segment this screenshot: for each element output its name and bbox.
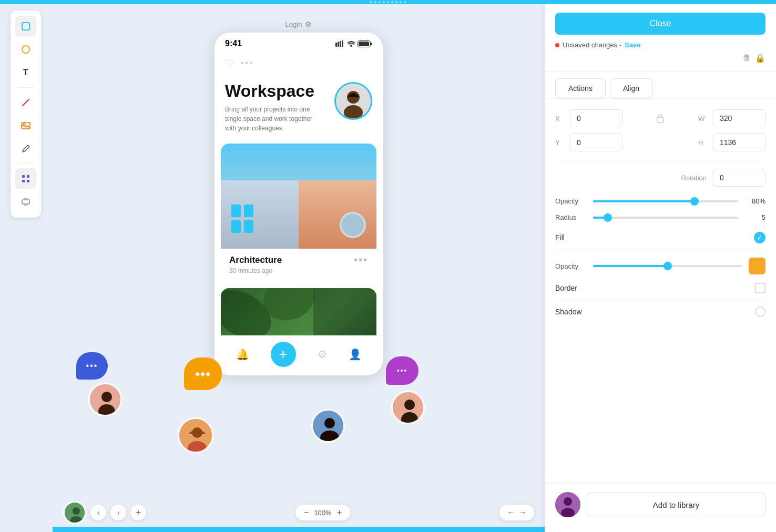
zoom-minus-button[interactable]: − xyxy=(304,508,309,517)
fill-opacity-thumb[interactable] xyxy=(663,262,672,270)
svg-rect-8 xyxy=(27,180,29,182)
add-to-library-button[interactable]: Add to library xyxy=(587,493,765,517)
zoom-level-display: 100% xyxy=(314,509,331,517)
settings-nav-icon[interactable]: ⚙ xyxy=(318,348,327,361)
phone-time: 9:41 xyxy=(225,39,242,48)
svg-point-16 xyxy=(350,45,352,47)
phone-architecture-card: Architecture ••• 30 minutes ago xyxy=(221,144,376,282)
canvas-bottom-nav: ‹ › + − 100% + ← → xyxy=(53,501,545,524)
panel-tabs: Actions Align xyxy=(545,72,776,99)
rotation-input[interactable] xyxy=(713,169,765,187)
fill-opacity-track[interactable] xyxy=(593,265,742,267)
color-swatch[interactable] xyxy=(749,258,765,274)
y-input[interactable] xyxy=(570,134,622,151)
pencil-tool[interactable] xyxy=(15,138,36,159)
svg-rect-10 xyxy=(24,198,28,200)
phone-hero-section: Workspace Bring all your projects into o… xyxy=(215,74,383,144)
svg-rect-14 xyxy=(340,41,341,47)
y-label: Y xyxy=(555,139,564,147)
svg-rect-9 xyxy=(22,200,29,204)
radius-label: Radius xyxy=(555,213,587,221)
lock-icon[interactable]: 🔒 xyxy=(755,53,765,63)
architecture-card-info: Architecture ••• 30 minutes ago xyxy=(221,249,376,282)
gear-icon[interactable]: ⚙ xyxy=(305,20,312,28)
component-tool[interactable] xyxy=(15,191,36,212)
undo-button[interactable]: ← xyxy=(507,508,515,517)
heart-icon[interactable]: ♡ xyxy=(225,57,234,69)
radius-slider-track[interactable] xyxy=(593,217,738,219)
fill-checkbox[interactable]: ✓ xyxy=(754,232,765,243)
user-nav-icon[interactable]: 👤 xyxy=(349,348,362,361)
panel-body: X W Y H Rotation Opacity xyxy=(545,99,776,483)
border-row: Border xyxy=(555,283,765,300)
svg-point-36 xyxy=(73,507,80,515)
save-link[interactable]: Save xyxy=(625,41,640,49)
svg-rect-6 xyxy=(27,175,29,178)
fill-label: Fill xyxy=(555,233,754,242)
opacity-row: Opacity 80% xyxy=(555,195,765,205)
page-nav-left[interactable]: ‹ xyxy=(90,505,106,520)
svg-line-2 xyxy=(23,99,29,106)
h-input[interactable] xyxy=(713,134,765,151)
phone-label: Login ⚙ xyxy=(215,20,383,28)
panel-header-icons: 🗑 🔒 xyxy=(555,49,765,65)
rotation-row: Rotation xyxy=(555,160,765,187)
radius-value: 5 xyxy=(744,213,765,221)
opacity-slider-thumb[interactable] xyxy=(690,197,699,206)
unsaved-indicator xyxy=(555,43,559,47)
page-nav-right[interactable]: › xyxy=(110,505,126,520)
tab-align[interactable]: Align xyxy=(610,78,652,98)
plant-image-card xyxy=(221,288,376,335)
panel-collaborators: Add to library xyxy=(555,492,765,517)
phone-container: Login ⚙ 9:41 xyxy=(215,20,383,375)
zoom-plus-button[interactable]: + xyxy=(337,508,342,517)
w-input[interactable] xyxy=(713,109,765,127)
opacity-slider-track[interactable] xyxy=(593,200,738,202)
pen-tool[interactable] xyxy=(15,92,36,113)
shadow-toggle[interactable] xyxy=(755,306,765,317)
trash-icon[interactable]: 🗑 xyxy=(742,53,751,63)
architecture-card-title: Architecture xyxy=(229,255,282,265)
x-label: X xyxy=(555,115,564,122)
canvas-area: Login ⚙ 9:41 xyxy=(53,4,545,495)
zoom-control: − 100% + xyxy=(295,505,350,520)
opacity-label: Opacity xyxy=(555,197,587,205)
phone-user-avatar xyxy=(334,82,372,120)
phone-status-icons xyxy=(335,40,372,47)
unsaved-changes-row: Unsaved changes - Save xyxy=(555,41,765,49)
page-nav-add[interactable]: + xyxy=(130,505,146,520)
architecture-card-menu[interactable]: ••• xyxy=(354,254,368,266)
opacity-value: 80% xyxy=(744,197,765,205)
yh-row: Y H xyxy=(555,134,765,151)
grid-tool[interactable] xyxy=(15,168,36,189)
image-tool[interactable] xyxy=(15,115,36,136)
x-input[interactable] xyxy=(570,109,622,127)
border-label: Border xyxy=(555,284,755,292)
lock-proportions-icon[interactable] xyxy=(629,113,692,124)
bell-nav-icon[interactable]: 🔔 xyxy=(236,348,249,361)
more-dots-icon[interactable]: ••• xyxy=(241,58,254,68)
history-controls: ← → xyxy=(499,505,534,520)
text-tool[interactable]: T xyxy=(15,62,36,83)
circle-tool[interactable] xyxy=(15,39,36,60)
rectangle-tool[interactable] xyxy=(15,16,36,37)
close-button[interactable]: Close xyxy=(555,13,765,35)
fill-opacity-row: Opacity xyxy=(555,258,765,274)
phone-action-bar: ♡ ••• xyxy=(215,53,383,74)
border-toggle[interactable] xyxy=(755,283,765,293)
phone-screen-label: Login xyxy=(285,21,302,28)
phone-bottom-nav: 🔔 + ⚙ 👤 xyxy=(215,335,383,375)
unsaved-text: Unsaved changes - xyxy=(563,41,621,49)
top-progress-bar xyxy=(0,0,776,4)
h-label: H xyxy=(698,139,707,147)
radius-row: Radius 5 xyxy=(555,213,765,221)
redo-button[interactable]: → xyxy=(518,508,527,517)
plus-nav-button[interactable]: + xyxy=(271,342,296,367)
fill-row: Fill ✓ xyxy=(555,232,765,250)
architecture-card-time: 30 minutes ago xyxy=(229,267,368,274)
radius-slider-thumb[interactable] xyxy=(604,213,612,222)
shadow-label: Shadow xyxy=(555,308,755,316)
tab-actions[interactable]: Actions xyxy=(555,78,606,98)
shadow-row: Shadow xyxy=(555,306,765,317)
svg-rect-15 xyxy=(342,40,343,47)
